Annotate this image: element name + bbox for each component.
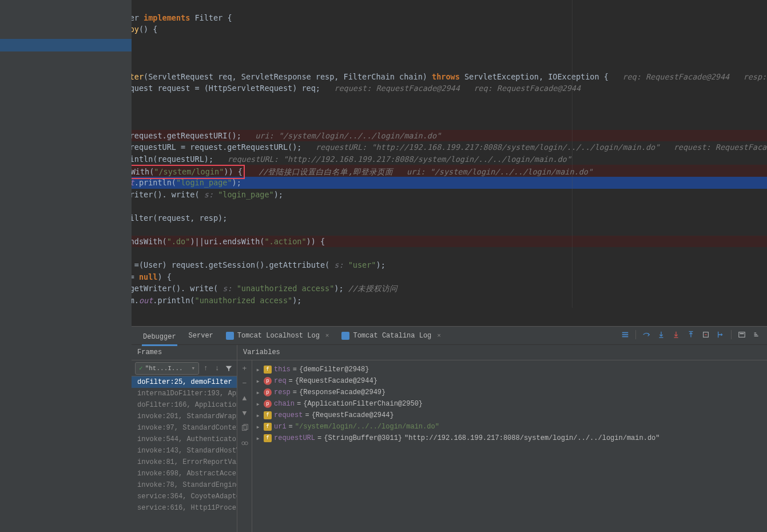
stack-frame[interactable]: invoke:78, StandardEngineVa bbox=[132, 479, 237, 491]
filter-icon[interactable] bbox=[224, 364, 233, 373]
variables-tree[interactable]: ▸fthis = {demoFilter@2948}▸preq = {Reque… bbox=[252, 360, 767, 532]
stack-frame[interactable]: invoke:97, StandardContextV bbox=[132, 422, 237, 434]
stack-frame[interactable]: invoke:544, AuthenticatorBas bbox=[132, 434, 237, 445]
variable-row[interactable]: ▸preq = {RequestFacade@2944} bbox=[255, 375, 765, 387]
code-line[interactable]: @WebFilter("/*") bbox=[27, 0, 767, 12]
code-line[interactable]: } bbox=[27, 224, 767, 236]
variable-row[interactable]: ▸frequest = {RequestFacade@2944} bbox=[255, 410, 765, 421]
code-line[interactable]: } bbox=[27, 35, 767, 47]
debug-tab[interactable]: Tomcat Catalina Log× bbox=[340, 329, 442, 342]
glasses-icon[interactable] bbox=[240, 438, 249, 447]
variable-row[interactable]: ▸presp = {ResponseFacade@2949} bbox=[255, 387, 765, 398]
debug-tab[interactable]: Tomcat Localhost Log× bbox=[225, 329, 331, 342]
debug-tab[interactable]: Server bbox=[188, 329, 214, 342]
svg-rect-0 bbox=[226, 332, 234, 340]
code-line[interactable] bbox=[27, 47, 767, 59]
down-icon[interactable]: ▼ bbox=[240, 408, 249, 418]
stack-frame[interactable]: invoke:201, StandardWrapper bbox=[132, 411, 237, 422]
stack-frame[interactable]: invoke:143, StandardHostVa bbox=[132, 445, 237, 456]
stack-frame[interactable]: doFilter:25, demoFilter (com. bbox=[132, 376, 237, 388]
expand-icon[interactable]: ▸ bbox=[255, 423, 261, 431]
svg-point-17 bbox=[245, 442, 248, 444]
svg-rect-6 bbox=[674, 337, 678, 338]
var-kind-badge: f bbox=[264, 423, 272, 431]
stack-frame[interactable]: doFilter:166, ApplicationFilter bbox=[132, 399, 237, 411]
expand-icon[interactable]: ▸ bbox=[255, 400, 261, 408]
stack-frame[interactable]: invoke:81, ErrorReportValve bbox=[132, 456, 237, 468]
code-line[interactable]: System.out.println(requestURL); requestU… bbox=[27, 153, 767, 165]
code-line[interactable] bbox=[27, 106, 767, 118]
debugger-panel: DebuggerServerTomcat Localhost Log×Tomca… bbox=[132, 326, 767, 532]
variable-row[interactable]: ▸frequestURL = {StringBuffer@3011} "http… bbox=[255, 432, 765, 444]
thread-selector[interactable]: ✓ "ht...I... ▾ bbox=[135, 362, 199, 375]
variables-pane: Variables + − ▲ ▼ ▸fthis = {demoFilter@2… bbox=[237, 345, 767, 532]
code-line[interactable]: public void destroy() { bbox=[27, 23, 767, 35]
code-line[interactable]: String uri = request.getRequestURI(); ur… bbox=[27, 130, 767, 142]
stack-frame[interactable]: invoke:698, AbstractAccessLo bbox=[132, 468, 237, 479]
stack-frame[interactable]: internalDoFilter:193, Applicat bbox=[132, 388, 237, 399]
stack-frame[interactable]: service:616, Http11Processor bbox=[132, 502, 237, 514]
step-into-icon[interactable] bbox=[657, 330, 666, 339]
add-watch-icon[interactable]: + bbox=[240, 364, 249, 373]
step-over-icon[interactable] bbox=[642, 330, 651, 339]
trace-icon[interactable] bbox=[752, 330, 761, 339]
code-line[interactable]: User user =(User) request.getSession().g… bbox=[27, 259, 767, 271]
frames-toolbar: ✓ "ht...I... ▾ ↑ ↓ bbox=[132, 360, 237, 376]
svg-rect-2 bbox=[622, 332, 629, 334]
expand-icon[interactable]: ▸ bbox=[255, 388, 261, 397]
expand-icon[interactable]: ▸ bbox=[255, 411, 261, 420]
code-line[interactable]: HttpServletRequest request = (HttpServle… bbox=[27, 82, 767, 94]
check-icon: ✓ bbox=[139, 364, 143, 372]
svg-rect-10 bbox=[740, 333, 744, 334]
right-margin-line bbox=[572, 0, 573, 308]
svg-rect-9 bbox=[739, 332, 745, 338]
variable-row[interactable]: ▸fthis = {demoFilter@2948} bbox=[255, 364, 765, 375]
code-line[interactable]: //检测当前用户是否登陆 bbox=[27, 247, 767, 259]
code-line[interactable]: if(user == null) { bbox=[27, 271, 767, 283]
evaluate-icon[interactable] bbox=[737, 330, 746, 339]
debug-tab[interactable]: Debugger bbox=[142, 331, 177, 346]
step-out-icon[interactable] bbox=[686, 330, 696, 339]
frames-header: Frames bbox=[132, 345, 237, 360]
code-line[interactable] bbox=[27, 94, 767, 106]
remove-watch-icon[interactable]: − bbox=[240, 379, 249, 388]
code-line[interactable] bbox=[27, 200, 767, 212]
tomcat-icon bbox=[341, 332, 349, 340]
code-line[interactable] bbox=[27, 59, 767, 71]
code-line[interactable]: public class demoFilter implements Filte… bbox=[27, 12, 767, 24]
copy-icon[interactable] bbox=[240, 423, 249, 432]
svg-point-16 bbox=[241, 442, 244, 444]
code-line[interactable]: resp.getWriter(). write( s: "login_page"… bbox=[27, 189, 767, 201]
layout-icon[interactable] bbox=[621, 330, 630, 339]
close-icon[interactable]: × bbox=[325, 332, 329, 339]
code-line[interactable]: public void doFilter(ServletRequest req,… bbox=[27, 71, 767, 83]
expand-icon[interactable]: ▸ bbox=[255, 377, 261, 386]
code-line[interactable]: StringBuffer requestURL = request.getReq… bbox=[27, 141, 767, 153]
drop-frame-icon[interactable] bbox=[701, 330, 710, 339]
expand-icon[interactable]: ▸ bbox=[255, 366, 261, 374]
svg-rect-11 bbox=[754, 333, 757, 334]
expand-icon[interactable]: ▸ bbox=[255, 434, 261, 443]
up-icon[interactable]: ▲ bbox=[240, 394, 249, 403]
code-content[interactable]: @WebFilter("/*")public class demoFilter … bbox=[27, 0, 767, 308]
code-line[interactable]: chain.doFilter(request, resp); bbox=[27, 212, 767, 224]
frames-pane: Frames ✓ "ht...I... ▾ ↑ ↓ doFilter:25, d… bbox=[132, 345, 237, 532]
code-line[interactable]: else if(uri.endsWith(".do")||uri.endsWit… bbox=[27, 236, 767, 248]
run-to-cursor-icon[interactable] bbox=[716, 330, 725, 339]
frame-down-icon[interactable]: ↓ bbox=[213, 364, 222, 373]
close-icon[interactable]: × bbox=[437, 332, 441, 339]
code-line[interactable]: if(uri.startsWith("/system/login")) { //… bbox=[27, 165, 767, 177]
force-step-into-icon[interactable] bbox=[671, 330, 681, 339]
variable-row[interactable]: ▸furi = "/system/login/../../login/main.… bbox=[255, 421, 765, 432]
code-line[interactable]: System.out.println("unauthorized access"… bbox=[27, 295, 767, 307]
code-line[interactable] bbox=[27, 118, 767, 130]
vars-side-toolbar: + − ▲ ▼ bbox=[237, 360, 252, 532]
frames-list[interactable]: doFilter:25, demoFilter (com.internalDoF… bbox=[132, 376, 237, 532]
variable-row[interactable]: ▸pchain = {ApplicationFilterChain@2950} bbox=[255, 398, 765, 410]
code-line[interactable]: System.out.println("login_page"); bbox=[27, 177, 767, 189]
svg-rect-4 bbox=[622, 336, 629, 338]
stack-frame[interactable]: service:364, CoyoteAdapter bbox=[132, 491, 237, 502]
var-kind-badge: p bbox=[264, 377, 272, 385]
code-line[interactable]: resp.getWriter(). write( s: "unauthorize… bbox=[27, 283, 767, 295]
frame-up-icon[interactable]: ↑ bbox=[201, 364, 210, 373]
